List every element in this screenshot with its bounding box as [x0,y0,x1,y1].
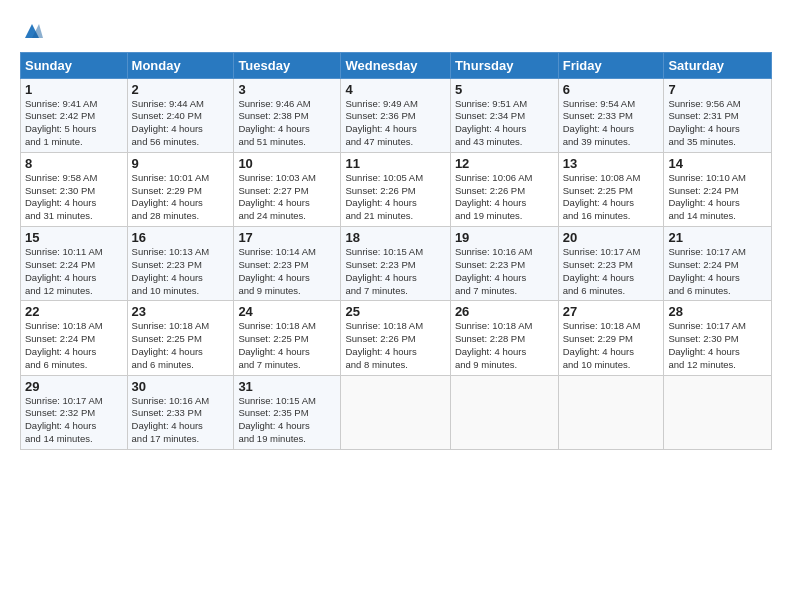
day-number: 17 [238,230,336,245]
day-info: Sunrise: 10:05 AMSunset: 2:26 PMDaylight… [345,172,445,223]
calendar-cell [558,375,664,449]
day-number: 19 [455,230,554,245]
day-number: 11 [345,156,445,171]
calendar-week-1: 1Sunrise: 9:41 AMSunset: 2:42 PMDaylight… [21,78,772,152]
weekday-header-saturday: Saturday [664,52,772,78]
day-number: 31 [238,379,336,394]
day-number: 22 [25,304,123,319]
day-info: Sunrise: 10:18 AMSunset: 2:26 PMDaylight… [345,320,445,371]
day-info: Sunrise: 10:03 AMSunset: 2:27 PMDaylight… [238,172,336,223]
day-info: Sunrise: 10:15 AMSunset: 2:23 PMDaylight… [345,246,445,297]
calendar-cell [450,375,558,449]
calendar-week-4: 22Sunrise: 10:18 AMSunset: 2:24 PMDaylig… [21,301,772,375]
calendar-cell: 12Sunrise: 10:06 AMSunset: 2:26 PMDaylig… [450,152,558,226]
day-number: 21 [668,230,767,245]
day-info: Sunrise: 10:10 AMSunset: 2:24 PMDaylight… [668,172,767,223]
calendar-cell: 10Sunrise: 10:03 AMSunset: 2:27 PMDaylig… [234,152,341,226]
weekday-header-tuesday: Tuesday [234,52,341,78]
calendar-cell: 17Sunrise: 10:14 AMSunset: 2:23 PMDaylig… [234,227,341,301]
day-number: 27 [563,304,660,319]
calendar-cell [664,375,772,449]
day-info: Sunrise: 9:44 AMSunset: 2:40 PMDaylight:… [132,98,230,149]
day-info: Sunrise: 10:16 AMSunset: 2:23 PMDaylight… [455,246,554,297]
day-number: 10 [238,156,336,171]
day-number: 23 [132,304,230,319]
day-info: Sunrise: 10:17 AMSunset: 2:32 PMDaylight… [25,395,123,446]
calendar-cell: 4Sunrise: 9:49 AMSunset: 2:36 PMDaylight… [341,78,450,152]
day-number: 6 [563,82,660,97]
calendar-cell: 19Sunrise: 10:16 AMSunset: 2:23 PMDaylig… [450,227,558,301]
day-number: 2 [132,82,230,97]
day-number: 8 [25,156,123,171]
calendar-cell: 3Sunrise: 9:46 AMSunset: 2:38 PMDaylight… [234,78,341,152]
header [20,16,772,46]
day-info: Sunrise: 10:08 AMSunset: 2:25 PMDaylight… [563,172,660,223]
calendar-week-3: 15Sunrise: 10:11 AMSunset: 2:24 PMDaylig… [21,227,772,301]
day-info: Sunrise: 10:14 AMSunset: 2:23 PMDaylight… [238,246,336,297]
weekday-header-monday: Monday [127,52,234,78]
day-number: 12 [455,156,554,171]
day-info: Sunrise: 9:54 AMSunset: 2:33 PMDaylight:… [563,98,660,149]
day-number: 1 [25,82,123,97]
day-number: 25 [345,304,445,319]
day-number: 4 [345,82,445,97]
calendar-cell: 13Sunrise: 10:08 AMSunset: 2:25 PMDaylig… [558,152,664,226]
calendar-cell: 29Sunrise: 10:17 AMSunset: 2:32 PMDaylig… [21,375,128,449]
day-info: Sunrise: 10:17 AMSunset: 2:23 PMDaylight… [563,246,660,297]
day-number: 5 [455,82,554,97]
day-number: 3 [238,82,336,97]
calendar-cell: 27Sunrise: 10:18 AMSunset: 2:29 PMDaylig… [558,301,664,375]
day-number: 30 [132,379,230,394]
day-info: Sunrise: 10:06 AMSunset: 2:26 PMDaylight… [455,172,554,223]
calendar-cell: 26Sunrise: 10:18 AMSunset: 2:28 PMDaylig… [450,301,558,375]
day-info: Sunrise: 10:01 AMSunset: 2:29 PMDaylight… [132,172,230,223]
calendar-cell: 22Sunrise: 10:18 AMSunset: 2:24 PMDaylig… [21,301,128,375]
weekday-header-thursday: Thursday [450,52,558,78]
weekday-header-wednesday: Wednesday [341,52,450,78]
calendar-cell: 31Sunrise: 10:15 AMSunset: 2:35 PMDaylig… [234,375,341,449]
day-number: 14 [668,156,767,171]
day-info: Sunrise: 10:17 AMSunset: 2:24 PMDaylight… [668,246,767,297]
day-number: 24 [238,304,336,319]
calendar-cell: 28Sunrise: 10:17 AMSunset: 2:30 PMDaylig… [664,301,772,375]
calendar-table: SundayMondayTuesdayWednesdayThursdayFrid… [20,52,772,450]
day-number: 18 [345,230,445,245]
day-info: Sunrise: 9:41 AMSunset: 2:42 PMDaylight:… [25,98,123,149]
calendar-cell: 9Sunrise: 10:01 AMSunset: 2:29 PMDayligh… [127,152,234,226]
day-info: Sunrise: 10:18 AMSunset: 2:25 PMDaylight… [238,320,336,371]
day-info: Sunrise: 10:18 AMSunset: 2:25 PMDaylight… [132,320,230,371]
calendar-cell: 11Sunrise: 10:05 AMSunset: 2:26 PMDaylig… [341,152,450,226]
day-info: Sunrise: 10:16 AMSunset: 2:33 PMDaylight… [132,395,230,446]
day-info: Sunrise: 9:56 AMSunset: 2:31 PMDaylight:… [668,98,767,149]
day-number: 13 [563,156,660,171]
day-number: 16 [132,230,230,245]
day-info: Sunrise: 10:17 AMSunset: 2:30 PMDaylight… [668,320,767,371]
calendar-week-2: 8Sunrise: 9:58 AMSunset: 2:30 PMDaylight… [21,152,772,226]
calendar-cell: 16Sunrise: 10:13 AMSunset: 2:23 PMDaylig… [127,227,234,301]
calendar-cell: 7Sunrise: 9:56 AMSunset: 2:31 PMDaylight… [664,78,772,152]
weekday-header-row: SundayMondayTuesdayWednesdayThursdayFrid… [21,52,772,78]
day-number: 15 [25,230,123,245]
day-info: Sunrise: 10:13 AMSunset: 2:23 PMDaylight… [132,246,230,297]
logo-icon [21,20,43,42]
calendar-cell: 30Sunrise: 10:16 AMSunset: 2:33 PMDaylig… [127,375,234,449]
day-number: 29 [25,379,123,394]
calendar-cell: 5Sunrise: 9:51 AMSunset: 2:34 PMDaylight… [450,78,558,152]
day-number: 26 [455,304,554,319]
calendar-cell: 8Sunrise: 9:58 AMSunset: 2:30 PMDaylight… [21,152,128,226]
calendar-cell: 1Sunrise: 9:41 AMSunset: 2:42 PMDaylight… [21,78,128,152]
day-info: Sunrise: 10:15 AMSunset: 2:35 PMDaylight… [238,395,336,446]
calendar-cell: 15Sunrise: 10:11 AMSunset: 2:24 PMDaylig… [21,227,128,301]
calendar-cell: 25Sunrise: 10:18 AMSunset: 2:26 PMDaylig… [341,301,450,375]
day-info: Sunrise: 10:18 AMSunset: 2:24 PMDaylight… [25,320,123,371]
calendar-cell: 14Sunrise: 10:10 AMSunset: 2:24 PMDaylig… [664,152,772,226]
calendar-cell: 24Sunrise: 10:18 AMSunset: 2:25 PMDaylig… [234,301,341,375]
day-info: Sunrise: 9:58 AMSunset: 2:30 PMDaylight:… [25,172,123,223]
day-info: Sunrise: 9:49 AMSunset: 2:36 PMDaylight:… [345,98,445,149]
day-info: Sunrise: 9:51 AMSunset: 2:34 PMDaylight:… [455,98,554,149]
logo [20,20,43,46]
weekday-header-sunday: Sunday [21,52,128,78]
day-info: Sunrise: 10:18 AMSunset: 2:29 PMDaylight… [563,320,660,371]
calendar-cell: 18Sunrise: 10:15 AMSunset: 2:23 PMDaylig… [341,227,450,301]
day-number: 28 [668,304,767,319]
